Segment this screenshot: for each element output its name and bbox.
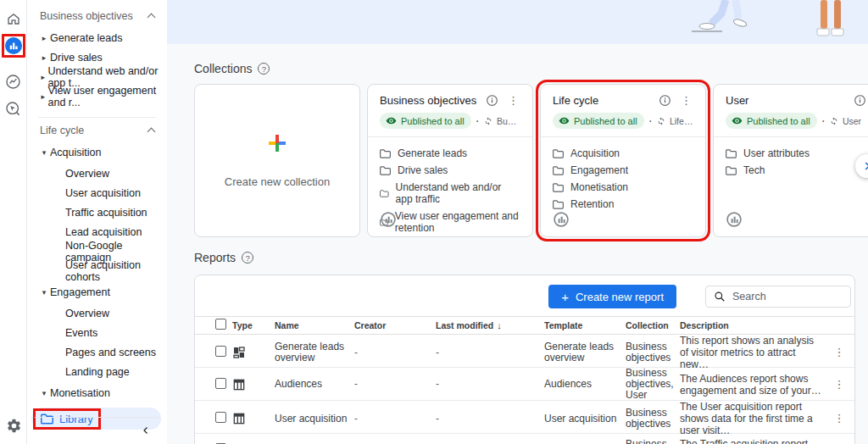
sidebar-item[interactable]: Overview	[28, 164, 166, 183]
main-content: Collections ? Create new collection Busi…	[167, 0, 868, 444]
sidebar-item[interactable]: View user engagement and r...	[28, 86, 166, 106]
report-last-modified: -	[436, 347, 544, 358]
collection-card-header: User Published to all	[714, 85, 868, 137]
sidebar-item[interactable]: Engagement	[28, 282, 166, 302]
collection-folder-label: Drive sales	[398, 164, 448, 176]
sidebar-item-label: Pages and screens	[65, 347, 156, 358]
collection-card[interactable]: User Published to all	[713, 84, 868, 237]
collapse-section-icon[interactable]	[147, 13, 156, 21]
info-icon[interactable]	[486, 94, 498, 107]
sidebar-item[interactable]: Events	[28, 323, 166, 342]
sidebar-item-label: Drive sales	[50, 52, 103, 64]
collection-folder-item[interactable]: Monetisation	[553, 181, 693, 193]
collection-folder-item[interactable]: View user engagement and retention	[380, 210, 520, 234]
info-icon[interactable]	[659, 94, 671, 107]
collection-folder-item[interactable]: Retention	[553, 198, 693, 210]
active-highlight-frame	[2, 34, 25, 58]
sidebar-item[interactable]: User acquisition cohorts	[28, 261, 166, 280]
sort-desc-icon[interactable]	[493, 320, 502, 330]
sidebar-item[interactable]: Monetisation	[28, 383, 166, 402]
row-checkbox[interactable]	[215, 378, 226, 389]
row-checkbox[interactable]	[215, 346, 226, 357]
help-icon[interactable]: ?	[242, 252, 253, 264]
folder-icon	[380, 189, 389, 198]
expand-arrow-icon	[38, 288, 50, 297]
report-row[interactable]: User acquisition - - User acquisition Bu…	[195, 401, 854, 434]
collection-folder-item[interactable]: Drive sales	[380, 164, 520, 176]
kebab-menu-icon[interactable]	[679, 94, 693, 107]
collection-folder-item[interactable]: Generate leads	[380, 147, 520, 159]
sidebar-item[interactable]: Pages and screens	[28, 342, 166, 362]
create-collection-card[interactable]: Create new collection	[194, 84, 360, 237]
collection-card-header: Life cycle Published to all	[541, 85, 705, 137]
expand-arrow-icon	[38, 73, 47, 81]
report-creator: -	[354, 347, 436, 358]
column-creator[interactable]: Creator	[354, 320, 436, 331]
create-new-report-label: Create new report	[576, 291, 664, 303]
search-input[interactable]	[732, 291, 843, 302]
column-type[interactable]: Type	[232, 320, 275, 331]
collection-card-title: Business objectives	[380, 94, 486, 107]
collection-folder-item[interactable]: Understand web and/or app traffic	[380, 181, 520, 205]
info-icon[interactable]	[854, 94, 866, 107]
select-all-checkbox[interactable]	[215, 319, 226, 330]
column-template[interactable]: Template	[544, 320, 626, 331]
search-box[interactable]	[705, 286, 851, 308]
kebab-menu-icon[interactable]	[832, 412, 847, 425]
kebab-menu-icon[interactable]	[832, 346, 847, 358]
collection-type-icon	[380, 211, 397, 228]
row-checkbox[interactable]	[215, 412, 226, 423]
collection-folder-item[interactable]: User attributes	[726, 147, 866, 159]
home-icon[interactable]	[5, 10, 22, 27]
report-description: The User acquisition report shows data f…	[680, 401, 822, 436]
sidebar-item-label: User acquisition cohorts	[65, 259, 166, 283]
dot-separator	[476, 114, 480, 129]
sidebar-item-label: Engagement	[50, 286, 110, 298]
sidebar-item[interactable]: Overview	[28, 303, 166, 323]
collection-card[interactable]: Life cycle Published to all	[540, 84, 706, 237]
help-icon[interactable]: ?	[258, 63, 270, 75]
sync-link-icon	[830, 117, 838, 125]
collapse-sidebar-button[interactable]	[28, 418, 166, 444]
sidebar-item[interactable]: Acquisition	[28, 142, 166, 162]
report-collection: Business objectives	[626, 341, 680, 364]
column-collection[interactable]: Collection	[626, 320, 680, 331]
collection-folder-item[interactable]: Acquisition	[553, 147, 693, 159]
report-row[interactable]: Generate leads overview - - Generate lea…	[195, 335, 854, 368]
report-name[interactable]: Generate leads overview	[275, 341, 354, 364]
report-name[interactable]: Audiences	[275, 379, 354, 390]
report-name[interactable]: User acquisition	[275, 413, 354, 425]
folder-icon	[380, 166, 391, 175]
kebab-menu-icon[interactable]	[832, 378, 847, 391]
column-description[interactable]: Description	[680, 320, 822, 331]
collection-folder-label: Monetisation	[570, 181, 628, 193]
folder-icon	[380, 149, 391, 158]
gear-icon[interactable]	[5, 417, 22, 434]
sidebar-item[interactable]: User acquisition	[28, 183, 166, 203]
advertising-icon[interactable]	[5, 73, 22, 90]
sidebar-item[interactable]: Life cycle	[28, 120, 166, 140]
sidebar-item-label: Traffic acquisition	[65, 207, 147, 219]
create-new-report-button[interactable]: Create new report	[548, 285, 676, 308]
folder-icon	[553, 200, 564, 209]
table-report-icon	[232, 378, 246, 391]
reports-nav-icon[interactable]	[5, 37, 22, 54]
sidebar-item-label: Landing page	[65, 366, 130, 378]
collection-folder-item[interactable]: Engagement	[553, 164, 693, 176]
collection-link-label: User	[843, 116, 861, 126]
google-plus-icon	[267, 133, 287, 153]
kebab-menu-icon[interactable]	[506, 94, 520, 107]
sidebar-item[interactable]: Business objectives	[28, 6, 166, 25]
sidebar-item[interactable]: Generate leads	[28, 28, 166, 47]
collection-card[interactable]: Business objectives Published to all	[367, 84, 533, 237]
sidebar-item[interactable]: Traffic acquisition	[28, 203, 166, 222]
collapse-section-icon[interactable]	[147, 127, 156, 136]
column-name[interactable]: Name	[275, 320, 354, 331]
collection-folder-item[interactable]: Tech	[726, 164, 866, 176]
folder-icon	[553, 149, 564, 158]
explore-icon[interactable]	[5, 100, 22, 117]
report-row[interactable]: Audiences - - Audiences Business objecti…	[195, 368, 854, 401]
sync-link-icon	[484, 117, 492, 125]
column-last-modified[interactable]: Last modified	[436, 320, 544, 331]
sidebar-item[interactable]: Landing page	[28, 362, 166, 381]
